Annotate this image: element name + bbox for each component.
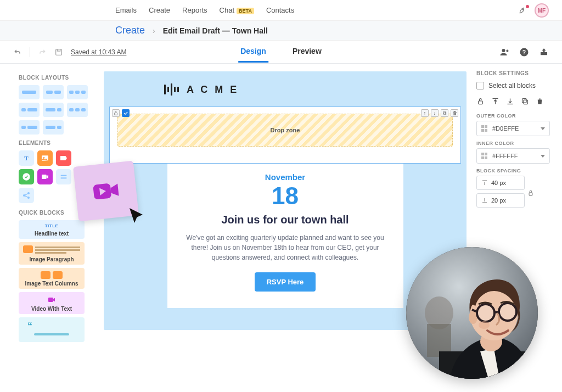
- outer-color-select[interactable]: #D0EFFE: [476, 121, 550, 136]
- caret-down-icon: [541, 155, 545, 158]
- nav-emails[interactable]: Emails: [115, 6, 137, 14]
- rsvp-button[interactable]: RSVP Here: [255, 272, 316, 292]
- qb-video-text[interactable]: Video With Text: [19, 292, 85, 314]
- svg-text:?: ?: [522, 48, 526, 55]
- qb-image-text-cols[interactable]: Image Text Columns: [19, 268, 85, 289]
- select-all-checkbox[interactable]: [476, 82, 484, 89]
- svg-rect-1: [56, 49, 62, 55]
- svg-line-31: [494, 312, 499, 312]
- svg-point-0: [522, 9, 524, 10]
- layout-wide-narrow[interactable]: [43, 120, 64, 135]
- svg-point-30: [499, 303, 516, 321]
- element-divider[interactable]: [56, 169, 71, 184]
- layout-narrow-wide[interactable]: [19, 120, 40, 135]
- editor-toolbar: Saved at 10:43 AM Design Preview ?: [0, 41, 562, 64]
- redo-icon[interactable]: [38, 48, 47, 57]
- qb-caption: Image Paragraph: [23, 256, 80, 262]
- email-content-block[interactable]: November 18 Join us for our town hall We…: [167, 164, 403, 308]
- trash-icon[interactable]: [536, 97, 544, 105]
- beta-badge: BETA: [237, 8, 254, 14]
- spacing-link[interactable]: [527, 189, 535, 197]
- svg-point-6: [43, 157, 45, 159]
- nav-chat[interactable]: ChatBETA: [220, 6, 254, 14]
- breadcrumb-root[interactable]: Create: [115, 25, 145, 36]
- svg-rect-14: [48, 298, 53, 302]
- qb-tag: TITLE: [23, 223, 80, 228]
- qb-image-paragraph[interactable]: Image Paragraph: [19, 242, 85, 265]
- select-all-row[interactable]: Select all blocks: [476, 82, 550, 89]
- block-spacing-label: BLOCK SPACING: [476, 168, 550, 173]
- spacing-bottom-input[interactable]: 20 px: [476, 193, 525, 208]
- svg-rect-16: [479, 101, 483, 104]
- move-up-icon[interactable]: ↑: [421, 109, 429, 117]
- caret-down-icon: [541, 127, 545, 130]
- lock-icon[interactable]: [112, 109, 120, 117]
- layout-2-1[interactable]: [43, 103, 64, 117]
- add-user-icon[interactable]: [499, 47, 509, 57]
- svg-rect-19: [529, 193, 532, 195]
- notification-dot: [526, 5, 529, 8]
- email-paragraph: We've got an exciting quarterly update p…: [184, 233, 387, 262]
- spacing-top-value: 40 px: [491, 180, 506, 186]
- qb-quote[interactable]: “: [19, 317, 85, 342]
- inner-color-select[interactable]: #FFFFFF: [476, 148, 550, 164]
- qb-caption: Image Text Columns: [23, 281, 80, 287]
- svg-point-7: [23, 173, 30, 180]
- tab-design[interactable]: Design: [238, 41, 268, 63]
- layout-2col[interactable]: [43, 85, 64, 99]
- svg-point-2: [502, 49, 505, 52]
- element-check[interactable]: [19, 169, 34, 184]
- qb-headline[interactable]: TITLE Headline text: [19, 220, 85, 239]
- chevron-right-icon: ›: [153, 26, 155, 35]
- event-month: November: [184, 172, 387, 182]
- spacing-bottom-value: 20 px: [491, 197, 506, 204]
- breadcrumb-leaf: Edit Email Draft — Town Hall: [163, 26, 268, 35]
- drop-zone[interactable]: Drop zone: [117, 114, 453, 147]
- svg-rect-8: [42, 175, 47, 179]
- element-video[interactable]: [37, 169, 53, 184]
- layout-1-2[interactable]: [19, 103, 40, 117]
- block-tools: [476, 97, 550, 105]
- duplicate-icon[interactable]: ⧉: [441, 109, 448, 117]
- svg-point-29: [477, 304, 494, 322]
- help-icon[interactable]: ?: [519, 47, 529, 57]
- layout-1col[interactable]: [19, 85, 40, 99]
- selected-block[interactable]: ↑ ↓ ⧉ 🗑 Drop zone: [109, 107, 461, 164]
- nav-reports[interactable]: Reports: [182, 6, 207, 14]
- undo-icon[interactable]: [13, 48, 22, 57]
- block-settings-title: BLOCK SETTINGS: [476, 70, 550, 76]
- block-layouts-grid: [19, 85, 89, 135]
- align-bottom-icon[interactable]: [506, 97, 514, 105]
- rocket-icon[interactable]: [518, 6, 527, 15]
- save-icon[interactable]: [54, 48, 63, 57]
- copy-icon[interactable]: [521, 97, 529, 105]
- svg-rect-9: [61, 175, 67, 176]
- unlock-icon[interactable]: [476, 97, 485, 105]
- align-top-icon[interactable]: [491, 97, 499, 105]
- brand-logo-icon: [164, 83, 179, 96]
- element-social[interactable]: [19, 188, 34, 203]
- element-text[interactable]: T: [19, 150, 34, 166]
- spacing-top-input[interactable]: 40 px: [476, 176, 525, 190]
- element-tag[interactable]: [56, 150, 71, 166]
- layout-4col[interactable]: [67, 103, 88, 117]
- svg-rect-17: [524, 100, 528, 104]
- block-select-checkbox[interactable]: [122, 109, 130, 117]
- svg-rect-15: [115, 113, 117, 115]
- tab-preview[interactable]: Preview: [290, 41, 324, 63]
- block-layouts-title: BLOCK LAYOUTS: [19, 75, 89, 81]
- layout-3col[interactable]: [67, 85, 88, 99]
- qb-caption: Video With Text: [23, 306, 80, 312]
- cursor-icon: [126, 206, 146, 228]
- move-down-icon[interactable]: ↓: [431, 109, 439, 117]
- outer-color-value: #D0EFFE: [492, 125, 519, 132]
- delete-icon[interactable]: 🗑: [451, 109, 458, 117]
- share-icon[interactable]: [539, 47, 549, 57]
- inner-color-label: INNER COLOR: [476, 141, 550, 146]
- email-headline: Join us for our town hall: [184, 214, 387, 226]
- user-avatar[interactable]: MF: [535, 3, 549, 18]
- nav-create[interactable]: Create: [149, 6, 170, 14]
- saved-timestamp[interactable]: Saved at 10:43 AM: [71, 48, 126, 56]
- nav-contacts[interactable]: Contacts: [266, 6, 294, 14]
- element-image[interactable]: [37, 150, 53, 166]
